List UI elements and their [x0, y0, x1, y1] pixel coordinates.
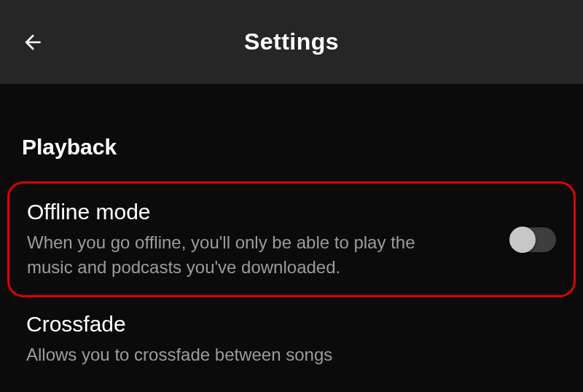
setting-offline-desc: When you go offline, you'll only be able… [27, 230, 450, 279]
header-bar: Settings [0, 0, 583, 84]
page-title: Settings [0, 28, 583, 55]
section-title-playback: Playback [22, 135, 561, 160]
setting-crossfade-desc: Allows you to crossfade between songs [26, 342, 449, 367]
setting-offline-mode[interactable]: Offline mode When you go offline, you'll… [7, 181, 576, 297]
offline-toggle-knob [509, 227, 536, 253]
setting-offline-text: Offline mode When you go offline, you'll… [27, 200, 450, 279]
setting-crossfade-text: Crossfade Allows you to crossfade betwee… [26, 312, 449, 367]
setting-crossfade[interactable]: Crossfade Allows you to crossfade betwee… [22, 305, 561, 375]
setting-crossfade-title: Crossfade [26, 312, 449, 337]
offline-toggle[interactable] [511, 227, 556, 252]
back-arrow-icon [21, 31, 44, 54]
setting-offline-title: Offline mode [27, 200, 450, 224]
settings-content: Playback Offline mode When you go offlin… [0, 135, 583, 375]
back-button[interactable] [18, 28, 47, 57]
